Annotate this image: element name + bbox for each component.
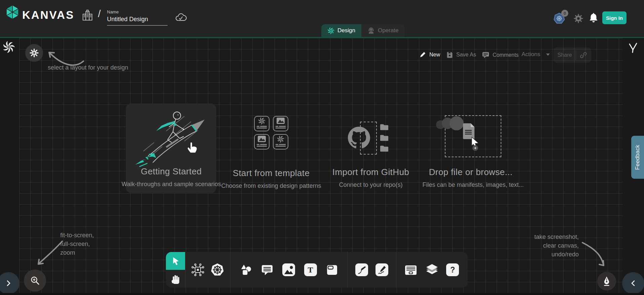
swirl-tile-icon <box>255 117 269 131</box>
pencil-scribble-icon <box>377 265 387 275</box>
cloud-sync-icon <box>175 12 187 22</box>
tab-design[interactable]: Design <box>321 24 361 37</box>
merge-y-icon[interactable] <box>627 42 639 54</box>
breadcrumb-separator: / <box>98 8 101 19</box>
notifications-bell-icon[interactable] <box>589 13 598 24</box>
new-design-button[interactable]: New <box>419 51 440 58</box>
mode-tabs: Design Operate <box>321 24 404 37</box>
zoom-hint-arrow <box>30 238 64 270</box>
sign-in-button[interactable]: Sign In <box>602 11 627 24</box>
zoom-magnifier-icon <box>30 276 40 286</box>
content-tools-group: T <box>230 252 347 288</box>
drop-title[interactable]: Drop file or browse... <box>429 167 513 177</box>
tools-dock: T <box>166 252 468 288</box>
canvas-actions-hint-arrow <box>581 239 611 270</box>
help-glyph: ? <box>450 265 455 275</box>
image-tool-icon <box>283 264 295 276</box>
comment-tool[interactable] <box>261 263 274 276</box>
component-tool[interactable] <box>191 263 205 277</box>
draw-tools-group <box>348 252 396 288</box>
text-tool-glyph: T <box>308 265 313 275</box>
hand-pan-icon <box>170 273 181 285</box>
shapes-icon <box>239 263 252 276</box>
actions-dropdown[interactable]: Actions <box>522 51 550 58</box>
github-octocat-icon <box>348 127 370 149</box>
text-tool[interactable]: T <box>304 263 317 276</box>
template-tile-image-2[interactable] <box>254 134 270 150</box>
note-tool-icon <box>326 263 338 276</box>
credits-badge: 0 <box>561 10 568 17</box>
pen-nib-icon <box>602 276 611 287</box>
chevron-left-icon <box>630 280 637 287</box>
organization-icon[interactable] <box>82 9 93 21</box>
zoom-hint-text: fit-to-screen, full-screen, zoom <box>60 231 94 257</box>
design-swirl-icon <box>327 27 334 34</box>
canvas-actions-hint-text: take screenshot, clear canvas, undo/redo <box>505 233 579 259</box>
template-tile-image[interactable] <box>273 116 288 131</box>
template-tile-swirl[interactable] <box>254 116 270 131</box>
image-tile-icon <box>255 135 269 149</box>
kanvas-logo-icon[interactable] <box>5 4 20 20</box>
top-header: KANVAS / Name 0 <box>0 0 644 37</box>
feedback-tab[interactable]: Feedback <box>631 136 644 179</box>
add-file-plus-badge: + <box>472 145 478 151</box>
logo-wordmark: KANVAS <box>22 9 74 22</box>
select-arrow-icon <box>171 256 180 266</box>
pencil-tool[interactable] <box>375 263 388 276</box>
save-floppy-icon <box>446 51 453 58</box>
chevron-right-icon <box>5 280 12 287</box>
layout-hint-text: select a layout for your design <box>48 63 128 72</box>
image-tool[interactable] <box>282 263 295 276</box>
design-name-input[interactable] <box>107 16 168 26</box>
share-button[interactable]: Share <box>553 47 591 63</box>
template-title[interactable]: Start from template <box>233 168 310 178</box>
shapes-tool[interactable] <box>239 263 252 276</box>
drawer-archive-icon <box>404 264 418 276</box>
getting-started-subtitle: Walk-throughs and sample scenarios <box>121 181 221 188</box>
getting-started-card[interactable] <box>126 103 216 193</box>
operator-headset-icon <box>367 27 375 34</box>
getting-started-title[interactable]: Getting Started <box>141 166 202 177</box>
design-name-label: Name <box>107 9 119 14</box>
layout-asterisk-icon <box>30 48 39 57</box>
template-tile-swirl-2[interactable] <box>273 134 288 150</box>
note-tool[interactable] <box>326 263 338 276</box>
pan-tool[interactable] <box>166 270 185 288</box>
layout-picker-button[interactable] <box>25 44 43 62</box>
pointer-tools-column <box>166 252 185 288</box>
zoom-controls-button[interactable] <box>24 269 46 292</box>
kubernetes-tool[interactable] <box>210 263 224 277</box>
pencil-new-icon <box>419 51 426 58</box>
share-link-icon <box>580 51 587 59</box>
library-tools-group: ? <box>396 252 467 288</box>
design-canvas[interactable]: New Save As Comments Actions Share <box>0 37 644 295</box>
comments-button[interactable]: Comments <box>482 51 518 59</box>
layers-stack-icon <box>425 263 439 276</box>
hand-cursor-icon <box>186 140 198 154</box>
repo-folder-icon <box>380 134 389 142</box>
layers-tool[interactable] <box>425 263 439 276</box>
expand-right-panel-button[interactable] <box>622 272 644 294</box>
github-subtitle: Connect to your repo(s) <box>339 181 402 188</box>
swirl-tile-icon <box>274 135 288 149</box>
github-title[interactable]: Import from GitHub <box>332 167 409 177</box>
tab-operate[interactable]: Operate <box>361 24 404 37</box>
infra-tools-group <box>185 252 230 288</box>
share-divider <box>576 50 576 60</box>
settings-gear-icon[interactable] <box>573 13 583 24</box>
chevron-down-icon <box>546 53 550 56</box>
help-tool[interactable]: ? <box>446 263 459 276</box>
drawer-tool[interactable] <box>404 264 418 276</box>
canvas-actions-button[interactable] <box>597 272 616 291</box>
repo-folder-icon <box>380 123 389 131</box>
save-as-button[interactable]: Save As <box>446 51 476 58</box>
canvas-top-accent <box>0 37 644 38</box>
pen-tool[interactable] <box>355 263 368 276</box>
rocket-rider-illustration <box>134 110 209 168</box>
image-tile-icon <box>274 117 288 131</box>
repo-folder-icon <box>380 144 389 153</box>
kanvas-app: KANVAS / Name 0 <box>0 0 644 295</box>
drop-subtitle: Files can be manifests, images, text... <box>422 181 524 188</box>
meshery-swirl-icon[interactable] <box>3 41 15 53</box>
select-tool[interactable] <box>166 252 185 270</box>
